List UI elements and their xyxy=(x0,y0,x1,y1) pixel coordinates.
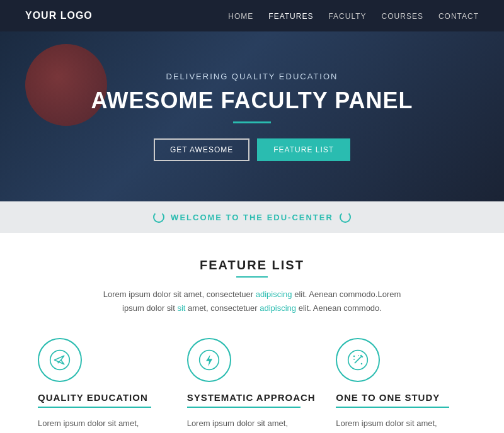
onetone-icon-circle xyxy=(336,338,380,382)
systematic-icon-wrap xyxy=(187,338,318,382)
hero-title: AWESOME FACULTY PANEL xyxy=(91,87,413,114)
features-title-underline xyxy=(236,276,268,278)
onetone-underline xyxy=(336,407,449,408)
hero-buttons: GET AWESOME FEATURE LIST xyxy=(91,138,413,161)
feature-card-quality: QUALITY EDUCATION Lorem ipsum dolor sit … xyxy=(38,338,168,433)
feature-card-systematic: SYSTEMATIC APPROACH Lorem ipsum dolor si… xyxy=(187,338,318,433)
systematic-desc: Lorem ipsum dolor sit amet, consectetuer… xyxy=(187,417,318,433)
features-grid: QUALITY EDUCATION Lorem ipsum dolor sit … xyxy=(38,338,466,433)
hero-section: DELIVERING QUALITY EDUCATION AWESOME FAC… xyxy=(0,31,504,201)
desc-highlight-3: adipiscing xyxy=(260,303,296,313)
get-awesome-button[interactable]: GET AWESOME xyxy=(154,138,249,161)
desc-highlight-2: sit xyxy=(177,303,185,313)
quality-underline xyxy=(38,407,151,408)
feature-list-button[interactable]: FEATURE LIST xyxy=(257,138,350,161)
welcome-banner: WELCOME TO THE EDU-CENTER xyxy=(0,201,504,233)
svg-point-0 xyxy=(50,351,70,370)
quality-icon-wrap xyxy=(38,338,168,382)
navbar: YOUR LOGO HOME FEATURES FACULTY COURSES … xyxy=(0,0,504,31)
quality-desc: Lorem ipsum dolor sit amet, consectetuer… xyxy=(38,417,168,433)
systematic-underline xyxy=(187,407,301,408)
quality-title: QUALITY EDUCATION xyxy=(38,392,168,403)
quality-icon-circle xyxy=(38,338,82,382)
nav-home[interactable]: HOME xyxy=(228,12,253,21)
paper-plane-icon xyxy=(49,349,71,371)
nav-contact[interactable]: CONTACT xyxy=(438,12,479,21)
navbar-links: HOME FEATURES FACULTY COURSES CONTACT xyxy=(228,10,479,21)
wand-icon xyxy=(347,349,369,371)
svg-line-6 xyxy=(355,357,361,363)
features-section: FEATURE LIST Lorem ipsum dolor sit amet,… xyxy=(0,233,504,433)
hero-subtitle: DELIVERING QUALITY EDUCATION xyxy=(91,72,413,81)
onetone-desc: Lorem ipsum dolor sit amet, consectetuer… xyxy=(336,417,466,433)
systematic-icon-circle xyxy=(187,338,231,382)
onetone-icon-wrap xyxy=(336,338,466,382)
nav-courses[interactable]: COURSES xyxy=(382,12,423,21)
svg-marker-4 xyxy=(206,355,212,367)
hero-divider xyxy=(233,121,271,123)
svg-point-10 xyxy=(354,359,355,360)
nav-faculty[interactable]: FACULTY xyxy=(328,12,366,21)
refresh-icon-left xyxy=(153,211,164,223)
nav-features[interactable]: FEATURES xyxy=(268,12,313,21)
svg-point-11 xyxy=(358,356,359,357)
features-description: Lorem ipsum dolor sit amet, consectetuer… xyxy=(94,288,410,315)
desc-highlight-1: adipiscing xyxy=(256,290,292,299)
svg-marker-1 xyxy=(55,356,64,364)
systematic-title: SYSTEMATIC APPROACH xyxy=(187,392,318,403)
welcome-text: WELCOME TO THE EDU-CENTER xyxy=(171,213,333,222)
onetone-title: ONE TO ONE STUDY xyxy=(336,392,466,403)
navbar-logo: YOUR LOGO xyxy=(25,10,93,21)
svg-point-8 xyxy=(353,356,355,357)
hero-content: DELIVERING QUALITY EDUCATION AWESOME FAC… xyxy=(91,72,413,161)
feature-card-onetone: ONE TO ONE STUDY Lorem ipsum dolor sit a… xyxy=(336,338,466,433)
features-title: FEATURE LIST xyxy=(38,258,466,273)
svg-point-9 xyxy=(361,363,363,365)
refresh-icon-right xyxy=(340,211,351,223)
lightning-icon xyxy=(198,349,220,371)
